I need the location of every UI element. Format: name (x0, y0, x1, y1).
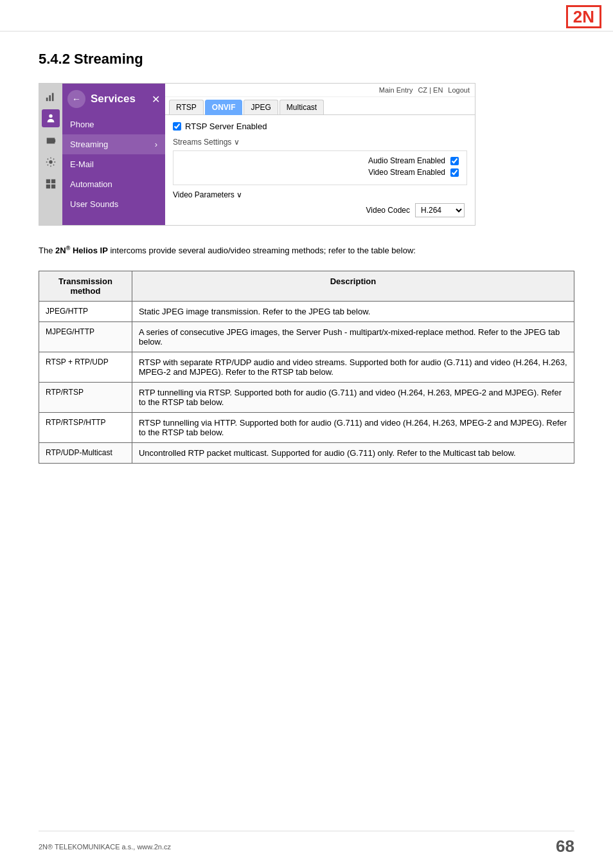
svg-rect-1 (49, 95, 51, 101)
cell-method: RTSP + RTP/UDP (39, 352, 132, 383)
audio-stream-label: Audio Stream Enabled (368, 156, 445, 165)
tab-jpeg[interactable]: JPEG (244, 100, 278, 114)
sidebar-title: Services (91, 93, 136, 105)
nav-lang[interactable]: CZ | EN (418, 86, 443, 94)
video-params-section: Video Parameters ∨ Video Codec H.264 H.2… (173, 190, 467, 217)
icon-bar-person[interactable] (42, 109, 60, 127)
chevron-right-icon: › (155, 140, 157, 149)
footer-left: 2N® TELEKOMUNIKACE a.s., www.2n.cz (39, 843, 171, 851)
cell-description: RTSP tunnelling via HTTP. Supported both… (132, 413, 574, 443)
svg-point-3 (49, 114, 52, 118)
svg-rect-7 (51, 179, 55, 183)
sidebar-item-email[interactable]: E-Mail (62, 154, 165, 174)
content-panel: Main Entry CZ | EN Logout RTSP ONVIF JPE… (165, 84, 475, 225)
table-row: RTP/RTSPRTP tunnelling via RTSP. Support… (39, 383, 574, 413)
main-content: 5.4.2 Streaming ← Services (0, 32, 613, 521)
top-bar: 2N (0, 0, 613, 32)
sidebar-menu: Phone Streaming › E-Mail Automation User… (62, 114, 165, 225)
sidebar-item-phone-label: Phone (70, 120, 94, 129)
video-stream-row: Video Stream Enabled (181, 168, 459, 177)
streams-settings-label[interactable]: Streams Settings ∨ (173, 138, 467, 147)
screenshot-box: ← Services ✕ Phone Streaming › E-Mail Au… (39, 83, 475, 226)
rtsp-server-enabled-row: RTSP Server Enabled (173, 122, 467, 131)
cell-method: RTP/RTSP (39, 383, 132, 413)
brand-name: 2N® Helios IP (55, 246, 108, 255)
sidebar-item-automation-label: Automation (70, 179, 112, 189)
table-row: MJPEG/HTTPA series of consecutive JPEG i… (39, 322, 574, 352)
panel-body: RTSP Server Enabled Streams Settings ∨ A… (165, 115, 475, 224)
table-row: RTP/RTSP/HTTPRTSP tunnelling via HTTP. S… (39, 413, 574, 443)
video-params-label[interactable]: Video Parameters ∨ (173, 190, 467, 199)
back-button[interactable]: ← (67, 90, 85, 108)
cell-description: RTSP with separate RTP/UDP audio and vid… (132, 352, 574, 383)
cell-method: MJPEG/HTTP (39, 322, 132, 352)
col-method-header: Transmission method (39, 271, 132, 302)
transmission-table: Transmission method Description JPEG/HTT… (39, 271, 574, 464)
col-description-header: Description (132, 271, 574, 302)
sidebar-item-user-sounds-label: User Sounds (70, 199, 118, 209)
nav-logout[interactable]: Logout (448, 86, 470, 94)
video-codec-label: Video Codec (366, 206, 411, 215)
page-number: 68 (556, 836, 574, 856)
cell-method: RTP/RTSP/HTTP (39, 413, 132, 443)
svg-rect-2 (52, 93, 54, 102)
sidebar: ← Services ✕ Phone Streaming › E-Mail Au… (62, 84, 165, 225)
tab-rtsp[interactable]: RTSP (169, 100, 204, 114)
audio-stream-row: Audio Stream Enabled (181, 156, 459, 165)
tab-onvif[interactable]: ONVIF (205, 100, 243, 115)
footer: 2N® TELEKOMUNIKACE a.s., www.2n.cz 68 (39, 831, 574, 856)
cell-description: A series of consecutive JPEG images, the… (132, 322, 574, 352)
logo: 2N (566, 5, 601, 28)
rtsp-server-enabled-label: RTSP Server Enabled (185, 122, 267, 131)
icon-bar-stats[interactable] (42, 87, 60, 105)
cell-method: JPEG/HTTP (39, 302, 132, 322)
desc-part1: The (39, 246, 55, 255)
video-stream-checkbox[interactable] (450, 168, 459, 177)
svg-point-5 (49, 160, 52, 163)
icon-bar-camera[interactable] (42, 131, 60, 149)
sidebar-tools-icon[interactable]: ✕ (152, 93, 160, 105)
video-codec-select[interactable]: H.264 H.263 MPEG-2 MJPEG (415, 203, 465, 217)
rtsp-server-enabled-checkbox[interactable] (173, 122, 181, 131)
description-text: The 2N® Helios IP intercoms provide seve… (39, 244, 574, 258)
svg-rect-8 (46, 185, 50, 188)
icon-bar (39, 84, 62, 225)
cell-method: RTP/UDP-Multicast (39, 443, 132, 464)
cell-description: RTP tunnelling via RTSP. Supported both … (132, 383, 574, 413)
icon-bar-grid[interactable] (42, 175, 60, 193)
table-row: RTSP + RTP/UDPRTSP with separate RTP/UDP… (39, 352, 574, 383)
sidebar-item-streaming[interactable]: Streaming › (62, 134, 165, 154)
table-row: RTP/UDP-MulticastUncontrolled RTP packet… (39, 443, 574, 464)
nav-bar: Main Entry CZ | EN Logout (165, 84, 475, 97)
video-stream-label: Video Stream Enabled (368, 168, 445, 177)
svg-rect-6 (46, 179, 50, 183)
desc-part2: intercoms provide several audio/video st… (108, 246, 416, 255)
icon-bar-gear[interactable] (42, 153, 60, 171)
sidebar-item-phone[interactable]: Phone (62, 114, 165, 134)
svg-rect-0 (46, 98, 48, 101)
table-row: JPEG/HTTPStatic JPEG image transmission.… (39, 302, 574, 322)
sidebar-item-user-sounds[interactable]: User Sounds (62, 194, 165, 214)
tabs-row: RTSP ONVIF JPEG Multicast (165, 97, 475, 115)
nav-main-entry[interactable]: Main Entry (379, 86, 413, 94)
codec-row: Video Codec H.264 H.263 MPEG-2 MJPEG (173, 203, 467, 217)
cell-description: Static JPEG image transmission. Refer to… (132, 302, 574, 322)
svg-rect-9 (51, 185, 55, 188)
sidebar-item-email-label: E-Mail (70, 159, 94, 169)
page-title: 5.4.2 Streaming (39, 51, 574, 68)
sidebar-item-automation[interactable]: Automation (62, 174, 165, 194)
sidebar-item-streaming-label: Streaming (70, 140, 108, 149)
tab-multicast[interactable]: Multicast (280, 100, 324, 114)
sidebar-header: ← Services ✕ (62, 84, 165, 114)
streams-settings-box: Audio Stream Enabled Video Stream Enable… (173, 150, 467, 185)
cell-description: Uncontrolled RTP packet multicast. Suppo… (132, 443, 574, 464)
audio-stream-checkbox[interactable] (450, 157, 459, 165)
